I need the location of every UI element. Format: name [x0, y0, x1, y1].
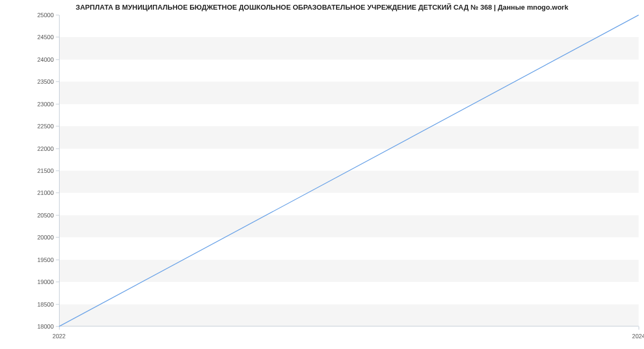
- y-tick-label: 23500: [0, 78, 54, 85]
- y-tick-label: 24000: [0, 56, 54, 63]
- x-tick-label: 2024: [632, 333, 644, 339]
- y-tick-label: 18500: [0, 301, 54, 308]
- y-tick-label: 19000: [0, 279, 54, 285]
- y-tick-label: 25000: [0, 12, 54, 18]
- y-tick-label: 21500: [0, 168, 54, 174]
- y-tick-label: 18000: [0, 323, 54, 330]
- y-tick-label: 20500: [0, 212, 54, 219]
- x-tick: [639, 326, 639, 330]
- x-tick: [59, 326, 60, 330]
- y-tick-label: 21000: [0, 190, 54, 196]
- line-series: [59, 15, 639, 326]
- y-tick-label: 23000: [0, 101, 54, 107]
- x-tick-label: 2022: [53, 333, 65, 339]
- y-tick-label: 22000: [0, 146, 54, 152]
- chart-container: ЗАРПЛАТА В МУНИЦИПАЛЬНОЕ БЮДЖЕТНОЕ ДОШКО…: [0, 0, 644, 349]
- chart-title: ЗАРПЛАТА В МУНИЦИПАЛЬНОЕ БЮДЖЕТНОЕ ДОШКО…: [0, 3, 644, 11]
- y-tick-label: 24500: [0, 34, 54, 40]
- y-tick-label: 22500: [0, 123, 54, 129]
- plot-area: 1800018500190001950020000205002100021500…: [59, 15, 639, 326]
- y-tick-label: 19500: [0, 257, 54, 263]
- y-tick-label: 20000: [0, 234, 54, 241]
